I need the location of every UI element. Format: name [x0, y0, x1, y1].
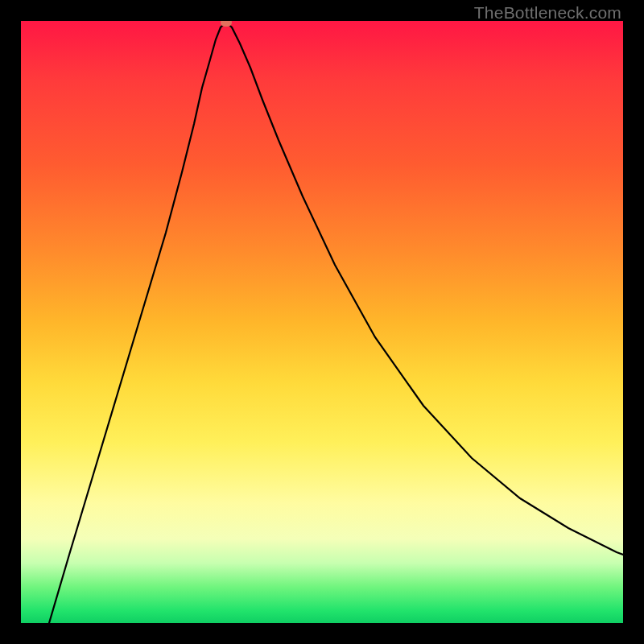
bottleneck-curve: [21, 21, 623, 623]
chart-frame: [21, 21, 623, 623]
curve-minimum-marker: [221, 21, 232, 27]
watermark-label: TheBottleneck.com: [474, 3, 621, 23]
